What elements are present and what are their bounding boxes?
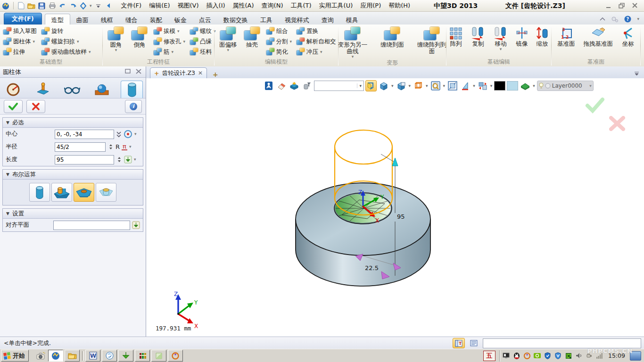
taskbar-app-browser[interactable]: [102, 350, 117, 362]
radius-spinner[interactable]: [107, 142, 114, 152]
redo-icon[interactable]: [69, 2, 77, 10]
expression-pi-icon[interactable]: π: [122, 143, 127, 150]
tray-shield-check-icon[interactable]: [544, 352, 552, 360]
section-required-header[interactable]: ▼必选: [3, 118, 143, 128]
move-button[interactable]: 移动▾: [491, 26, 511, 52]
section-boolean-header[interactable]: ▼布尔运算: [3, 170, 143, 180]
thread-button[interactable]: 螺纹▾: [189, 26, 217, 36]
taskbar-app-notes[interactable]: [151, 350, 166, 362]
taskbar-app-winrar[interactable]: [135, 350, 150, 362]
close-button[interactable]: [632, 3, 638, 8]
tab-visualstyle[interactable]: 视觉样式: [279, 14, 315, 25]
open-file-icon[interactable]: [27, 2, 35, 10]
length-options-caret[interactable]: ▾: [134, 157, 136, 162]
lip-button[interactable]: 凸缘: [189, 36, 217, 47]
tab-stamp-icon[interactable]: [33, 81, 54, 98]
menu-utilities[interactable]: 实用工具(U): [315, 1, 357, 10]
morph-to-curve-button[interactable]: 变形为另一曲线▾: [334, 26, 372, 59]
help-caret[interactable]: ▾: [637, 17, 639, 21]
document-tab[interactable]: + 齿轮设计.Z3 ✕: [150, 67, 207, 78]
tab-assembly[interactable]: 装配: [144, 14, 168, 25]
menu-view[interactable]: 视图(V): [174, 1, 203, 10]
new-tab-button[interactable]: +: [210, 71, 221, 78]
simplify-button[interactable]: 简化: [265, 47, 294, 57]
tab-close-icon[interactable]: ✕: [198, 70, 203, 76]
menu-inquire[interactable]: 查询(N): [258, 1, 287, 10]
new-file-icon[interactable]: [17, 2, 25, 10]
rib-button[interactable]: 筋▾: [152, 47, 187, 57]
stock-button[interactable]: 坯料: [189, 47, 217, 57]
length-spinner[interactable]: [116, 155, 122, 165]
print-icon[interactable]: [48, 2, 56, 10]
pick-plane-icon[interactable]: [132, 221, 140, 229]
tab-gauge-icon[interactable]: [3, 81, 24, 98]
tab-sheetmetal[interactable]: 钣金: [168, 14, 193, 25]
resolve-selfintersection-button[interactable]: 解析自相交: [295, 36, 338, 47]
cylinder-button[interactable]: 圆柱体▾: [2, 36, 38, 47]
tab-sewing[interactable]: 缝合: [119, 14, 144, 25]
helix-sweep-button[interactable]: 螺旋扫掠▾: [40, 36, 92, 47]
combine-button[interactable]: 组合: [265, 26, 294, 36]
radius-mode-label[interactable]: R: [116, 143, 120, 150]
viewport[interactable]: ▾ ▾ ▾ ▾ ▾ ▾ ▾ ▾ Layer0000 ▾: [146, 78, 644, 337]
center-input[interactable]: [55, 130, 114, 139]
menu-attributes[interactable]: 属性(A): [229, 1, 258, 10]
start-button[interactable]: 开始: [1, 350, 29, 362]
tab-wireframe[interactable]: 线框: [95, 14, 119, 25]
tray-qq-icon[interactable]: [513, 352, 520, 360]
extrude-button[interactable]: 拉伸: [2, 47, 38, 57]
taskbar-app-folder[interactable]: [65, 350, 80, 362]
wrap-pattern-to-face-button[interactable]: 缠绕阵列到面: [413, 26, 451, 55]
tab-mold[interactable]: 模具: [340, 14, 364, 25]
tab-dataexchange[interactable]: 数据交换: [217, 14, 254, 25]
drag-datum-button[interactable]: 拖拽基准面: [581, 26, 616, 48]
panel-restore-icon[interactable]: [125, 69, 132, 75]
mirror-button[interactable]: 镜像: [513, 26, 530, 48]
fillet-button[interactable]: 圆角▾: [105, 26, 127, 53]
tray-media-icon[interactable]: [523, 352, 531, 360]
tray-shield-icon[interactable]: [554, 352, 562, 360]
point-picker-icon[interactable]: [124, 130, 132, 139]
ime-indicator[interactable]: 五: [483, 351, 495, 361]
copy-button[interactable]: 复制: [468, 26, 488, 48]
pick-value-icon[interactable]: [124, 156, 132, 164]
help-icon[interactable]: ?: [624, 16, 631, 23]
taskbar-app-zw3d[interactable]: [48, 350, 63, 362]
tray-volume-icon[interactable]: [575, 352, 583, 360]
info-button[interactable]: i: [125, 100, 142, 113]
regen-icon[interactable]: [79, 2, 87, 10]
tab-tools[interactable]: 工具: [254, 14, 279, 25]
cancel-button[interactable]: [26, 100, 45, 113]
model-canvas[interactable]: Z Y X 95 22.5: [146, 78, 644, 337]
datum-plane-button[interactable]: 312 基准面: [555, 26, 578, 48]
qat-dropdown-caret[interactable]: ▾: [90, 4, 92, 8]
length-input[interactable]: [55, 155, 114, 165]
csys-button[interactable]: 坐标: [619, 26, 637, 48]
menu-tools[interactable]: 工具(T): [287, 1, 315, 10]
driven-curve-loft-button[interactable]: 驱动曲线放样▾: [40, 47, 92, 57]
insert-sketch-button[interactable]: 插入草图: [2, 26, 38, 36]
menu-insert[interactable]: 插入(I): [203, 1, 229, 10]
divide-button[interactable]: 分割▾: [265, 36, 294, 47]
wrap-to-face-button[interactable]: 缠绕到面: [378, 26, 406, 49]
punch-button[interactable]: 冲压▾: [295, 47, 338, 57]
tab-shape[interactable]: 造型: [45, 14, 70, 25]
tab-render-icon[interactable]: [91, 81, 113, 98]
minimize-button[interactable]: [605, 3, 612, 8]
app-logo-icon[interactable]: [2, 2, 10, 10]
bubbles-icon[interactable]: [611, 16, 619, 22]
scale-button[interactable]: 缩放: [533, 26, 551, 48]
modify-hole-button[interactable]: 修改孔▾: [152, 36, 187, 47]
radius-options-caret[interactable]: ▾: [129, 145, 132, 149]
face-offset-button[interactable]: 面偏移▾: [217, 26, 239, 53]
menu-applications[interactable]: 应用(P): [356, 1, 385, 10]
boolean-remove-button[interactable]: [74, 183, 94, 202]
boolean-base-button[interactable]: [29, 183, 50, 202]
draft-button[interactable]: 拔模▾: [152, 26, 187, 36]
tab-pointcloud[interactable]: 点云: [193, 14, 217, 25]
tray-nvidia-icon[interactable]: [534, 352, 541, 360]
taskbar-app-download[interactable]: [118, 350, 133, 362]
screenshot-tool-icon[interactable]: [34, 350, 47, 361]
revolve-button[interactable]: 旋转: [40, 26, 92, 36]
file-menu-button[interactable]: 文件(F): [4, 13, 42, 25]
